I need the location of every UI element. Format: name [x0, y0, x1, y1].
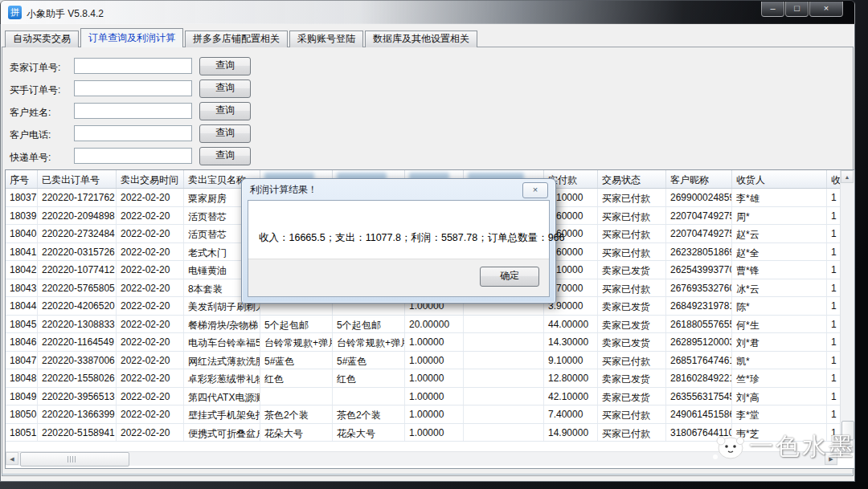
column-header-11[interactable]: 客户昵称 — [666, 170, 732, 188]
tab-4[interactable]: 采购账号登陆 — [289, 31, 363, 47]
ok-button[interactable]: 确定 — [480, 267, 539, 287]
table-cell: 红色 — [260, 369, 333, 387]
column-header-2[interactable]: 已卖出订单号 — [38, 170, 117, 188]
table-cell: 2022-02-20 — [117, 207, 184, 225]
scroll-left-icon[interactable]: ◀ — [6, 452, 18, 465]
search-button-seller-order-no[interactable]: 查询 — [199, 57, 251, 75]
dialog-close-icon[interactable]: × — [522, 182, 548, 198]
horizontal-scroll-thumb[interactable] — [20, 452, 129, 467]
table-cell — [333, 388, 405, 405]
table-cell: 2022-02-20 — [117, 388, 184, 405]
table-cell: 18044 — [6, 297, 38, 315]
search-button-buyer-order-no[interactable]: 查询 — [199, 79, 251, 98]
table-row[interactable]: 18045220220-13088332022-02-20餐梯滑块/杂物梯5个起… — [6, 316, 854, 334]
table-cell: 18043 — [6, 279, 38, 297]
column-header-1[interactable]: 序号 — [6, 170, 38, 188]
table-cell: 餐梯滑块/杂物梯 — [184, 316, 260, 333]
table-cell: 1.00000 — [405, 424, 464, 442]
seller-order-no-input[interactable] — [74, 58, 192, 74]
table-cell: 5个起包邮 — [260, 316, 333, 333]
table-cell: 281602849221 — [666, 369, 732, 387]
window-controls: – □ × — [760, 2, 843, 17]
table-cell: 18050 — [6, 405, 38, 423]
watermark-logo — [711, 431, 745, 463]
table-cell: 卖家已发货 — [598, 297, 666, 315]
table-cell: 262895120003 — [666, 333, 732, 351]
table-cell: 5#蓝色 — [333, 352, 405, 369]
table-cell: 268517647461 — [666, 352, 732, 369]
close-button[interactable]: × — [809, 2, 843, 17]
table-cell: 220220-3387006 — [38, 352, 117, 369]
table-cell: 220220-1366399 — [38, 405, 117, 423]
table-cell: 陈* — [732, 297, 827, 315]
search-button-customer-phone[interactable]: 查询 — [199, 124, 251, 143]
table-cell: 220220-2732484 — [38, 225, 117, 242]
table-cell: 267693532760 — [666, 279, 732, 297]
column-header-12[interactable]: 收货人 — [732, 170, 827, 188]
profit-result-dialog: 利润计算结果！ × 收入：16665.5；支出：11077.8；利润：5587.… — [241, 178, 556, 304]
table-cell: 5#蓝色 — [260, 352, 333, 369]
table-cell: 便携式可折叠盆户 — [184, 424, 260, 442]
table-cell: 18039 — [6, 207, 38, 225]
dialog-body: 收入：16665.5；支出：11077.8；利润：5587.78；订单总数量：9… — [248, 200, 550, 297]
table-cell: 5个起包邮 — [333, 316, 405, 333]
table-cell — [464, 352, 544, 369]
table-cell: 买家已付款 — [598, 225, 666, 242]
table-cell: 2022-02-20 — [117, 405, 184, 423]
vertical-scrollbar[interactable]: ▲ ▼ — [840, 170, 854, 453]
buyer-order-no-label: 买手订单号: — [10, 84, 60, 97]
table-cell: 2022-02-20 — [117, 189, 184, 206]
buyer-order-no-input[interactable] — [74, 80, 192, 96]
table-cell: 买家已付款 — [598, 279, 666, 297]
table-cell: 1.00000 — [405, 388, 464, 405]
search-button-tracking-no[interactable]: 查询 — [199, 147, 251, 165]
table-cell: 竺*珍 — [732, 369, 827, 387]
table-cell: 刘*高 — [732, 388, 827, 405]
table-row[interactable]: 18047220220-33870062022-02-20网红法式薄款洗脸5#蓝… — [6, 352, 854, 370]
watermark: 一色水墨 — [711, 430, 855, 463]
table-row[interactable]: 18049220220-39565132022-02-20第四代ATX电源测1.… — [6, 388, 854, 406]
table-cell: 2022-02-20 — [117, 424, 184, 442]
table-cell: 18045 — [6, 316, 38, 333]
table-cell: 壁挂式手机架免打 — [184, 405, 260, 423]
minimize-button[interactable]: – — [761, 2, 784, 17]
table-cell: 1.00000 — [405, 352, 464, 369]
maximize-button[interactable]: □ — [785, 2, 809, 17]
scroll-up-icon[interactable]: ▲ — [841, 170, 854, 183]
table-cell: 2022-02-20 — [117, 333, 184, 351]
table-cell: 赵*全 — [732, 243, 827, 261]
table-cell: 买家已付款 — [598, 405, 666, 423]
tab-5[interactable]: 数据库及其他设置相关 — [365, 31, 477, 47]
tracking-no-input[interactable] — [74, 148, 192, 164]
table-cell: 220220-1077412 — [38, 261, 117, 279]
search-button-customer-name[interactable]: 查询 — [199, 102, 251, 120]
table-cell: 赵*云 — [732, 225, 827, 242]
table-cell: 网红法式薄款洗脸 — [184, 352, 260, 369]
table-cell: 曹*锋 — [732, 261, 827, 279]
tab-3[interactable]: 拼多多店铺配置相关 — [185, 31, 288, 47]
column-header-3[interactable]: 卖出交易时间 — [117, 170, 184, 188]
table-row[interactable]: 18050220220-13663992022-02-20壁挂式手机架免打茶色2… — [6, 405, 854, 424]
table-cell: 红色 — [333, 369, 405, 387]
table-cell: 220704749275 — [666, 225, 732, 242]
table-cell: 2022-02-20 — [117, 316, 184, 333]
table-cell: 卖家已发货 — [598, 369, 666, 387]
table-cell: 7.40000 — [544, 405, 598, 423]
profit-result-message: 收入：16665.5；支出：11077.8；利润：5587.78；订单总数量：9… — [259, 231, 542, 245]
table-cell: 2022-02-20 — [117, 261, 184, 279]
table-cell: 261880557655 — [666, 316, 732, 333]
column-header-10[interactable]: 交易状态 — [598, 170, 666, 188]
dialog-title: 利润计算结果！ — [250, 183, 317, 197]
tab-1[interactable]: 自动买卖交易 — [5, 31, 79, 47]
table-cell: 220220-1721762 — [38, 189, 117, 206]
customer-name-input[interactable] — [74, 103, 192, 119]
table-cell: 268492319781 — [666, 297, 732, 315]
tab-2[interactable]: 订单查询及利润计算 — [80, 28, 183, 47]
customer-phone-input[interactable] — [74, 125, 192, 141]
table-cell — [464, 369, 544, 387]
table-cell: 220704749275 — [666, 207, 732, 225]
table-row[interactable]: 18046220220-11645492022-02-20电动车台铃幸福5台铃常… — [6, 333, 854, 352]
table-cell: 220220-5765805 — [38, 279, 117, 297]
table-row[interactable]: 18048220220-15580262022-02-20卓彩彩葱绒带礼物红色红… — [6, 369, 854, 388]
table-cell — [464, 388, 544, 405]
